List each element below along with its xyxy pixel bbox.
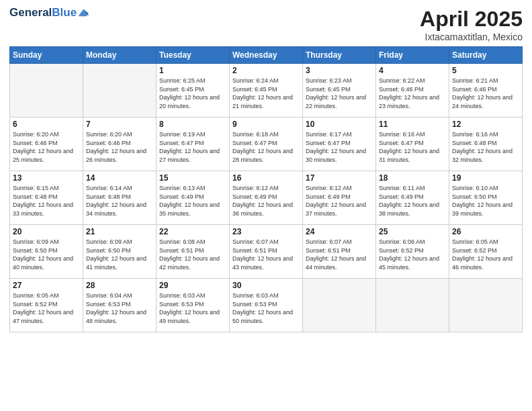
day-number: 27 [13,281,80,290]
table-row: 19Sunrise: 6:10 AM Sunset: 6:50 PM Dayli… [449,171,523,225]
day-info: Sunrise: 6:03 AM Sunset: 6:53 PM Dayligh… [232,291,300,325]
day-number: 21 [86,227,153,236]
col-sunday: Sunday [10,47,83,64]
day-number: 19 [452,173,519,183]
table-row: 29Sunrise: 6:03 AM Sunset: 6:53 PM Dayli… [157,279,230,332]
table-row: 22Sunrise: 6:08 AM Sunset: 6:51 PM Dayli… [157,225,230,279]
table-row: 24Sunrise: 6:07 AM Sunset: 6:51 PM Dayli… [303,225,376,279]
day-info: Sunrise: 6:11 AM Sunset: 6:49 PM Dayligh… [379,184,446,218]
table-row: 23Sunrise: 6:07 AM Sunset: 6:51 PM Dayli… [230,225,303,279]
table-row [303,279,376,332]
day-number: 9 [232,120,300,129]
table-row: 3Sunrise: 6:23 AM Sunset: 6:45 PM Daylig… [303,64,376,118]
col-thursday: Thursday [303,47,376,64]
table-row: 16Sunrise: 6:12 AM Sunset: 6:49 PM Dayli… [230,171,303,225]
day-number: 23 [232,227,300,236]
day-number: 15 [159,173,226,183]
day-number: 8 [159,120,226,129]
day-number: 5 [452,66,519,75]
calendar-week-row: 20Sunrise: 6:09 AM Sunset: 6:50 PM Dayli… [10,225,523,279]
day-info: Sunrise: 6:03 AM Sunset: 6:53 PM Dayligh… [159,291,226,325]
table-row: 18Sunrise: 6:11 AM Sunset: 6:49 PM Dayli… [376,171,449,225]
day-info: Sunrise: 6:06 AM Sunset: 6:52 PM Dayligh… [379,238,446,271]
day-info: Sunrise: 6:09 AM Sunset: 6:50 PM Dayligh… [13,238,80,271]
table-row: 17Sunrise: 6:12 AM Sunset: 6:49 PM Dayli… [303,171,376,225]
header: GeneralBlue April 2025 Ixtacamaxtitlan, … [9,7,523,42]
day-info: Sunrise: 6:12 AM Sunset: 6:49 PM Dayligh… [306,184,373,218]
day-number: 1 [159,66,226,75]
day-info: Sunrise: 6:23 AM Sunset: 6:45 PM Dayligh… [306,77,373,110]
day-info: Sunrise: 6:16 AM Sunset: 6:48 PM Dayligh… [452,130,519,164]
table-row: 8Sunrise: 6:19 AM Sunset: 6:47 PM Daylig… [157,118,230,171]
day-info: Sunrise: 6:22 AM Sunset: 6:46 PM Dayligh… [379,77,446,110]
day-info: Sunrise: 6:04 AM Sunset: 6:53 PM Dayligh… [86,291,153,325]
table-row: 7Sunrise: 6:20 AM Sunset: 6:46 PM Daylig… [83,118,157,171]
day-number: 11 [379,120,446,129]
day-number: 14 [86,173,153,183]
calendar-header-row: Sunday Monday Tuesday Wednesday Thursday… [10,47,523,64]
day-info: Sunrise: 6:19 AM Sunset: 6:47 PM Dayligh… [159,130,226,164]
table-row: 28Sunrise: 6:04 AM Sunset: 6:53 PM Dayli… [83,279,157,332]
day-info: Sunrise: 6:13 AM Sunset: 6:49 PM Dayligh… [159,184,226,218]
table-row [449,279,523,332]
table-row: 20Sunrise: 6:09 AM Sunset: 6:50 PM Dayli… [10,225,83,279]
table-row: 2Sunrise: 6:24 AM Sunset: 6:45 PM Daylig… [230,64,303,118]
table-row: 1Sunrise: 6:25 AM Sunset: 6:45 PM Daylig… [157,64,230,118]
calendar-week-row: 27Sunrise: 6:05 AM Sunset: 6:52 PM Dayli… [10,279,523,332]
table-row: 10Sunrise: 6:17 AM Sunset: 6:47 PM Dayli… [303,118,376,171]
day-info: Sunrise: 6:05 AM Sunset: 6:52 PM Dayligh… [13,291,80,325]
logo-icon [77,7,89,19]
table-row: 27Sunrise: 6:05 AM Sunset: 6:52 PM Dayli… [10,279,83,332]
day-number: 22 [159,227,226,236]
day-info: Sunrise: 6:20 AM Sunset: 6:46 PM Dayligh… [86,130,153,164]
day-number: 6 [13,120,80,129]
day-info: Sunrise: 6:17 AM Sunset: 6:47 PM Dayligh… [306,130,373,164]
day-info: Sunrise: 6:20 AM Sunset: 6:46 PM Dayligh… [13,130,80,164]
location: Ixtacamaxtitlan, Mexico [420,32,523,42]
day-info: Sunrise: 6:07 AM Sunset: 6:51 PM Dayligh… [306,238,373,271]
col-saturday: Saturday [449,47,523,64]
page: GeneralBlue April 2025 Ixtacamaxtitlan, … [0,0,532,411]
day-number: 16 [232,173,300,183]
day-info: Sunrise: 6:24 AM Sunset: 6:45 PM Dayligh… [232,77,300,110]
day-number: 4 [379,66,446,75]
table-row: 11Sunrise: 6:16 AM Sunset: 6:47 PM Dayli… [376,118,449,171]
table-row: 21Sunrise: 6:09 AM Sunset: 6:50 PM Dayli… [83,225,157,279]
day-info: Sunrise: 6:21 AM Sunset: 6:46 PM Dayligh… [452,77,519,110]
table-row [376,279,449,332]
day-info: Sunrise: 6:07 AM Sunset: 6:51 PM Dayligh… [232,238,300,271]
day-number: 3 [306,66,373,75]
table-row: 14Sunrise: 6:14 AM Sunset: 6:48 PM Dayli… [83,171,157,225]
day-info: Sunrise: 6:08 AM Sunset: 6:51 PM Dayligh… [159,238,226,271]
day-info: Sunrise: 6:09 AM Sunset: 6:50 PM Dayligh… [86,238,153,271]
day-number: 7 [86,120,153,129]
table-row: 9Sunrise: 6:18 AM Sunset: 6:47 PM Daylig… [230,118,303,171]
day-number: 24 [306,227,373,236]
day-info: Sunrise: 6:25 AM Sunset: 6:45 PM Dayligh… [159,77,226,110]
day-info: Sunrise: 6:15 AM Sunset: 6:48 PM Dayligh… [13,184,80,218]
day-info: Sunrise: 6:14 AM Sunset: 6:48 PM Dayligh… [86,184,153,218]
title-block: April 2025 Ixtacamaxtitlan, Mexico [420,7,523,42]
table-row: 25Sunrise: 6:06 AM Sunset: 6:52 PM Dayli… [376,225,449,279]
day-info: Sunrise: 6:18 AM Sunset: 6:47 PM Dayligh… [232,130,300,164]
day-number: 10 [306,120,373,129]
table-row [83,64,157,118]
table-row: 12Sunrise: 6:16 AM Sunset: 6:48 PM Dayli… [449,118,523,171]
day-info: Sunrise: 6:16 AM Sunset: 6:47 PM Dayligh… [379,130,446,164]
col-tuesday: Tuesday [157,47,230,64]
day-number: 2 [232,66,300,75]
col-wednesday: Wednesday [230,47,303,64]
col-monday: Monday [83,47,157,64]
calendar-week-row: 1Sunrise: 6:25 AM Sunset: 6:45 PM Daylig… [10,64,523,118]
calendar-week-row: 6Sunrise: 6:20 AM Sunset: 6:46 PM Daylig… [10,118,523,171]
table-row: 6Sunrise: 6:20 AM Sunset: 6:46 PM Daylig… [10,118,83,171]
day-info: Sunrise: 6:05 AM Sunset: 6:52 PM Dayligh… [452,238,519,271]
day-number: 28 [86,281,153,290]
table-row: 30Sunrise: 6:03 AM Sunset: 6:53 PM Dayli… [230,279,303,332]
table-row: 26Sunrise: 6:05 AM Sunset: 6:52 PM Dayli… [449,225,523,279]
logo-general-text: GeneralBlue [9,7,77,19]
day-number: 12 [452,120,519,129]
calendar-table: Sunday Monday Tuesday Wednesday Thursday… [9,46,523,332]
table-row: 13Sunrise: 6:15 AM Sunset: 6:48 PM Dayli… [10,171,83,225]
month-title: April 2025 [420,7,523,32]
